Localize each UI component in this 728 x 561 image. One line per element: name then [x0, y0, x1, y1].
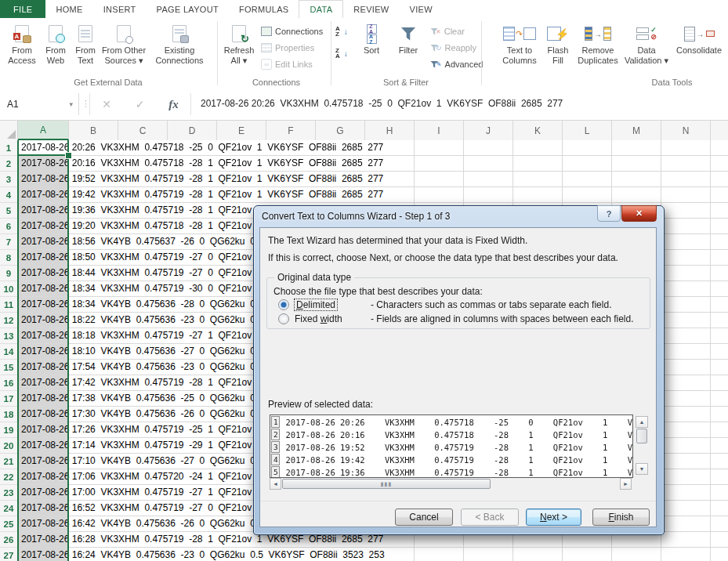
- row-header[interactable]: 13: [0, 328, 18, 344]
- sort-descending-button[interactable]: ZA ↓: [335, 46, 353, 60]
- delimited-radio-label[interactable]: Delimited: [295, 299, 356, 310]
- row-header[interactable]: 9: [0, 266, 18, 281]
- tab-page-layout[interactable]: PAGE LAYOUT: [147, 0, 229, 18]
- refresh-all-button[interactable]: ↻ RefreshAll ▾: [221, 20, 257, 75]
- scroll-left-icon[interactable]: ◄: [270, 478, 281, 490]
- row-header[interactable]: 12: [0, 313, 18, 328]
- data-validation-button[interactable]: ✓⊘ DataValidation ▾: [622, 20, 671, 75]
- row-header[interactable]: 14: [0, 344, 18, 360]
- column-header[interactable]: E: [217, 121, 266, 140]
- sort-button[interactable]: Z AA Z Sort: [354, 20, 389, 75]
- cancel-button[interactable]: Cancel: [395, 509, 453, 526]
- row-header[interactable]: 26: [0, 532, 18, 548]
- tab-insert[interactable]: INSERT: [93, 0, 147, 18]
- tab-data[interactable]: DATA: [299, 0, 343, 18]
- formula-input[interactable]: 2017-08-26 20:26 VK3XHM 0.475718 -25 0 Q…: [201, 91, 725, 115]
- consolidate-button[interactable]: → Consolidate: [672, 20, 726, 75]
- tab-review[interactable]: REVIEW: [343, 0, 399, 18]
- row-header[interactable]: 21: [0, 454, 18, 469]
- row-header[interactable]: 6: [0, 219, 18, 234]
- row-header[interactable]: 19: [0, 422, 18, 438]
- name-box-dropdown-icon[interactable]: ▾: [69, 100, 73, 108]
- row-cells[interactable]: 2017-08-26 20:26 VK3XHM 0.475718 -25 0 Q…: [18, 140, 728, 156]
- row-cells[interactable]: 2017-08-26 19:52 VK3XHM 0.475719 -28 1 Q…: [18, 172, 728, 187]
- row-header[interactable]: 11: [0, 297, 18, 313]
- row-cells[interactable]: 2017-08-26 19:42 VK3XHM 0.475719 -28 1 Q…: [18, 187, 728, 203]
- remove-duplicates-button[interactable]: → RemoveDuplicates: [575, 20, 621, 75]
- column-header[interactable]: G: [316, 121, 365, 140]
- preview-vertical-scrollbar[interactable]: ▲ ▼: [636, 416, 648, 475]
- tab-home[interactable]: HOME: [45, 0, 92, 18]
- row-header[interactable]: 10: [0, 281, 18, 297]
- dialog-close-button[interactable]: ✕: [621, 205, 657, 222]
- advanced-filter-button[interactable]: ✎ Advanced: [430, 57, 479, 71]
- finish-button[interactable]: Finish: [592, 509, 650, 526]
- column-header[interactable]: J: [464, 121, 513, 140]
- dialog-title[interactable]: Convert Text to Columns Wizard - Step 1 …: [262, 211, 451, 222]
- row-header[interactable]: 7: [0, 234, 18, 250]
- back-button[interactable]: < Back: [461, 509, 519, 526]
- fixed-width-radio[interactable]: [278, 313, 289, 324]
- filter-button[interactable]: Filter: [390, 20, 426, 75]
- tab-view[interactable]: VIEW: [400, 0, 443, 18]
- row-header[interactable]: 3: [0, 172, 18, 187]
- text-to-columns-button[interactable]: ↷ Text toColumns: [498, 20, 541, 75]
- row-header[interactable]: 8: [0, 250, 18, 266]
- column-header[interactable]: L: [563, 121, 612, 140]
- row-header[interactable]: 4: [0, 187, 18, 203]
- from-access-button[interactable]: A FromAccess: [3, 20, 41, 75]
- edit-links-button[interactable]: ∞ Edit Links: [261, 57, 328, 71]
- tab-file[interactable]: FILE: [0, 0, 45, 18]
- column-header[interactable]: K: [513, 121, 563, 140]
- column-header[interactable]: B: [69, 121, 118, 140]
- row-header[interactable]: 22: [0, 469, 18, 485]
- row-header[interactable]: 27: [0, 548, 18, 561]
- column-header[interactable]: F: [266, 121, 316, 140]
- column-header[interactable]: D: [168, 121, 217, 140]
- row-header[interactable]: 24: [0, 501, 18, 516]
- reapply-filter-button[interactable]: ↻ Reapply: [430, 41, 479, 55]
- column-header[interactable]: M: [612, 121, 661, 140]
- sort-ascending-button[interactable]: AZ ↓: [335, 24, 353, 38]
- existing-connections-button[interactable]: ExistingConnections: [147, 20, 212, 75]
- row-header[interactable]: 23: [0, 485, 18, 501]
- properties-button[interactable]: Properties: [261, 41, 328, 55]
- column-header[interactable]: N: [661, 121, 711, 140]
- vertical-scroll-thumb[interactable]: [636, 429, 647, 443]
- row-header[interactable]: 25: [0, 516, 18, 532]
- column-header[interactable]: A: [18, 121, 69, 140]
- row-header[interactable]: 18: [0, 407, 18, 422]
- enter-entry-icon[interactable]: ✓: [136, 98, 145, 110]
- scroll-down-icon[interactable]: ▼: [636, 463, 648, 475]
- scroll-up-icon[interactable]: ▲: [636, 416, 648, 428]
- column-header[interactable]: C: [118, 121, 168, 140]
- row-header[interactable]: 5: [0, 203, 18, 219]
- insert-function-icon[interactable]: fx: [168, 98, 179, 111]
- row-header[interactable]: 20: [0, 438, 18, 454]
- next-button[interactable]: Next >: [526, 509, 581, 526]
- scroll-right-icon[interactable]: ►: [620, 478, 632, 490]
- row-header[interactable]: 1: [0, 140, 18, 156]
- tab-formulas[interactable]: FORMULAS: [229, 0, 299, 18]
- from-other-sources-button[interactable]: From OtherSources ▾: [100, 20, 147, 75]
- cancel-entry-icon[interactable]: ✕: [102, 98, 111, 110]
- connections-button[interactable]: Connections: [261, 24, 328, 38]
- from-text-button[interactable]: FromText: [71, 20, 100, 75]
- column-header[interactable]: H: [365, 121, 415, 140]
- row-cells[interactable]: 2017-08-26 16:24 VK4YB 0.475636 -23 0 QG…: [18, 548, 728, 561]
- select-all-corner[interactable]: [0, 121, 18, 140]
- name-box[interactable]: A1 ▾: [0, 93, 79, 115]
- from-web-button[interactable]: FromWeb: [41, 20, 71, 75]
- horizontal-scroll-thumb[interactable]: ▮▮▮: [282, 479, 491, 489]
- row-header[interactable]: 2: [0, 156, 18, 172]
- preview-horizontal-scrollbar[interactable]: ◄ ▮▮▮ ►: [270, 478, 632, 490]
- row-cells[interactable]: 2017-08-26 20:16 VK3XHM 0.475718 -28 1 Q…: [18, 156, 728, 172]
- row-header[interactable]: 16: [0, 375, 18, 391]
- dialog-help-button[interactable]: ?: [597, 205, 621, 222]
- column-header[interactable]: I: [415, 121, 464, 140]
- delimited-radio[interactable]: [278, 299, 289, 310]
- row-header[interactable]: 15: [0, 360, 18, 375]
- row-header[interactable]: 17: [0, 391, 18, 407]
- fixed-width-radio-label[interactable]: Fixed width: [295, 313, 356, 324]
- clear-filter-button[interactable]: ✕ Clear: [430, 24, 479, 38]
